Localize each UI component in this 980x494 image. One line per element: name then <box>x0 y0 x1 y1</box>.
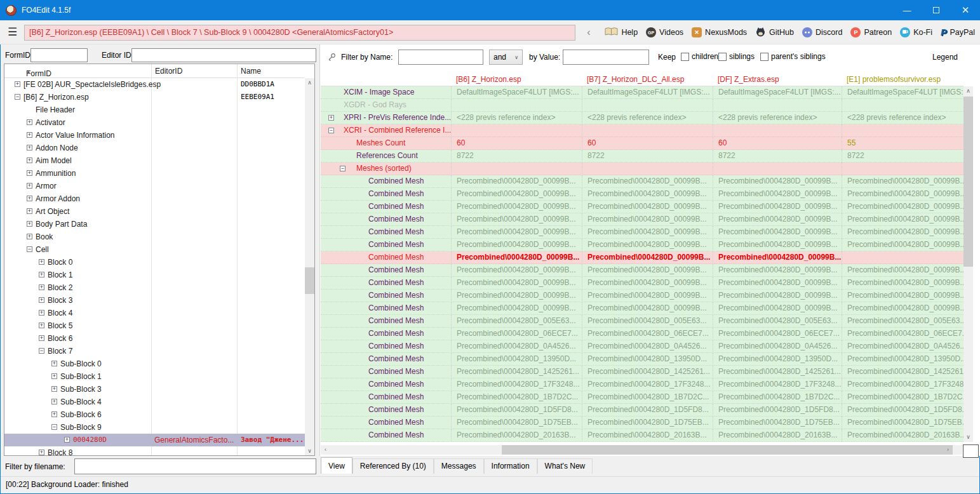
table-row[interactable]: Combined MeshPrecombined\0004280D_00099B… <box>321 264 963 277</box>
table-row[interactable]: Combined MeshPrecombined\0004280D_005E63… <box>321 315 963 328</box>
cell-value[interactable]: Precombined\0004280D_00099B... <box>451 277 582 290</box>
cell-value[interactable]: Precombined\0004280D_00099B... <box>582 251 713 264</box>
cell-value[interactable]: Precombined\0004280D_00099B... <box>451 302 582 315</box>
tree-item[interactable]: +Block 6 <box>4 332 305 345</box>
cell-value[interactable]: Precombined\0004280D_00099B... <box>842 175 963 188</box>
cell-value[interactable] <box>842 251 963 264</box>
expand-icon[interactable]: + <box>39 310 44 316</box>
expand-icon[interactable]: + <box>27 234 32 239</box>
scroll-right-icon[interactable]: › <box>943 445 953 455</box>
link-nexusmods[interactable]: ✕NexusMods <box>692 27 747 37</box>
cell-value[interactable]: Precombined\0004280D_00099B... <box>713 277 842 290</box>
link-help[interactable]: Help <box>605 27 638 38</box>
tree-item[interactable]: +0004280DGeneralAtomicsFacto...Завод "Дж… <box>4 434 305 446</box>
tree-item[interactable]: +Sub-Block 6 <box>4 408 305 421</box>
tree-item[interactable]: +Block 2 <box>4 281 305 294</box>
cell-value[interactable]: Precombined\0004280D_005E63... <box>582 315 713 328</box>
cell-value[interactable]: Precombined\0004280D_00099B... <box>713 188 842 201</box>
tree-item[interactable]: +Actor Value Information <box>4 129 305 142</box>
table-row[interactable]: XGDR - God Rays <box>321 99 963 112</box>
scroll-up-icon[interactable]: ∧ <box>963 86 973 96</box>
expand-icon[interactable]: + <box>51 361 57 366</box>
column-name[interactable]: Name <box>241 67 261 76</box>
tree-item[interactable]: −Cell <box>4 243 305 256</box>
cell-value[interactable] <box>582 163 713 175</box>
cell-value[interactable] <box>451 99 582 112</box>
scroll-down-icon[interactable]: ∨ <box>963 432 973 442</box>
cell-value[interactable]: <228 previs reference index> <box>582 112 713 124</box>
cell-value[interactable] <box>842 99 963 112</box>
cell-value[interactable]: Precombined\0004280D_00099B... <box>842 226 963 239</box>
checkbox-icon[interactable] <box>681 53 689 61</box>
expand-icon[interactable]: + <box>51 386 57 392</box>
cell-value[interactable]: Precombined\0004280D_1D5FD8... <box>582 404 713 417</box>
tree-item[interactable]: +Block 5 <box>4 319 305 332</box>
cell-value[interactable]: Precombined\0004280D_1D75EB... <box>582 417 713 429</box>
table-vscrollbar-thumb[interactable] <box>963 97 973 267</box>
tree-item[interactable]: +[FE 02B] AUR_SpectacleIsleBridges.espDD… <box>4 78 305 91</box>
cell-value[interactable]: Precombined\0004280D_06ECE7... <box>451 328 582 340</box>
filter-value-input[interactable] <box>563 50 649 65</box>
expand-icon[interactable]: + <box>27 170 32 176</box>
cell-value[interactable]: Precombined\0004280D_00099B... <box>451 213 582 226</box>
cell-value[interactable]: Precombined\0004280D_17F3248... <box>451 378 582 391</box>
cell-value[interactable]: Precombined\0004280D_1D75EB... <box>451 417 582 429</box>
table-row[interactable]: Combined MeshPrecombined\0004280D_00099B… <box>321 226 963 239</box>
cell-value[interactable]: Precombined\0004280D_00099B... <box>713 290 842 302</box>
expand-icon[interactable]: + <box>15 81 20 87</box>
cell-value[interactable]: Precombined\0004280D_20163B... <box>451 429 582 442</box>
cell-value[interactable]: Precombined\0004280D_0A4526... <box>713 340 842 353</box>
cell-value[interactable]: 60 <box>713 137 842 150</box>
tree-item[interactable]: +Body Part Data <box>4 218 305 230</box>
cell-value[interactable]: 8722 <box>451 150 582 163</box>
expand-icon[interactable]: + <box>27 208 32 214</box>
table-row[interactable]: Combined MeshPrecombined\0004280D_00099B… <box>321 239 963 251</box>
expand-icon[interactable]: + <box>39 297 44 303</box>
cell-value[interactable]: 8722 <box>713 150 842 163</box>
table-row[interactable]: Meshes Count60606055 <box>321 137 963 150</box>
tree-scrollbar[interactable]: ∧ ∨ <box>305 78 314 456</box>
cell-value[interactable] <box>451 124 582 137</box>
cell-value[interactable]: Precombined\0004280D_00099B... <box>582 213 713 226</box>
cell-value[interactable]: Precombined\0004280D_1425261... <box>582 366 713 378</box>
tree-item[interactable]: +Sub-Block 1 <box>4 370 305 383</box>
tree-item[interactable]: +Block 4 <box>4 307 305 319</box>
expand-icon[interactable]: + <box>39 335 44 341</box>
table-row[interactable]: References Count8722872287228722 <box>321 150 963 163</box>
file-column-header[interactable]: [B6] Z_Horizon.esp <box>451 75 582 84</box>
cell-value[interactable]: Precombined\0004280D_17F3248... <box>842 378 963 391</box>
expand-icon[interactable]: + <box>27 157 32 163</box>
operator-select[interactable]: and ∨ <box>489 50 523 65</box>
cell-value[interactable]: Precombined\0004280D_1425261... <box>713 366 842 378</box>
collapse-icon[interactable]: − <box>39 348 44 354</box>
cell-value[interactable]: <228 previs reference index> <box>451 112 582 124</box>
link-videos[interactable]: GPVideos <box>646 27 683 38</box>
table-hscrollbar-thumb[interactable] <box>502 445 943 455</box>
cell-value[interactable]: Precombined\0004280D_00099B... <box>451 264 582 277</box>
cell-value[interactable]: Precombined\0004280D_00099B... <box>582 239 713 251</box>
cell-value[interactable]: Precombined\0004280D_00099B... <box>582 201 713 213</box>
tab-information[interactable]: Information <box>484 458 537 474</box>
cell-value[interactable]: Precombined\0004280D_00099B... <box>451 226 582 239</box>
table-row[interactable]: Combined MeshPrecombined\0004280D_00099B… <box>321 290 963 302</box>
expand-icon[interactable]: + <box>51 373 57 379</box>
tree-item[interactable]: +Sub-Block 4 <box>4 396 305 408</box>
table-row[interactable]: Combined MeshPrecombined\0004280D_20163B… <box>321 429 963 442</box>
cell-value[interactable]: Precombined\0004280D_00099B... <box>842 213 963 226</box>
cell-value[interactable] <box>713 99 842 112</box>
link-discord[interactable]: Discord <box>802 27 842 37</box>
checkbox-icon[interactable] <box>760 53 769 61</box>
table-row[interactable]: Combined MeshPrecombined\0004280D_00099B… <box>321 277 963 290</box>
tree-item[interactable]: +Aim Model <box>4 154 305 167</box>
cell-value[interactable]: Precombined\0004280D_005E63... <box>451 315 582 328</box>
cell-value[interactable]: Precombined\0004280D_1425261... <box>842 366 963 378</box>
cell-value[interactable] <box>713 124 842 137</box>
cell-value[interactable]: Precombined\0004280D_06ECE7... <box>713 328 842 340</box>
tree-item[interactable]: +Sub-Block 3 <box>4 383 305 396</box>
table-row[interactable]: Combined MeshPrecombined\0004280D_142526… <box>321 366 963 378</box>
breadcrumb[interactable]: [B6] Z_Horizon.esp (EEBE09A1) \ Cell \ B… <box>24 25 575 41</box>
cell-value[interactable]: Precombined\0004280D_1D5FD8... <box>713 404 842 417</box>
cell-value[interactable]: Precombined\0004280D_00099B... <box>582 302 713 315</box>
expand-icon[interactable]: + <box>27 183 32 189</box>
cell-value[interactable]: Precombined\0004280D_17F3248... <box>582 378 713 391</box>
